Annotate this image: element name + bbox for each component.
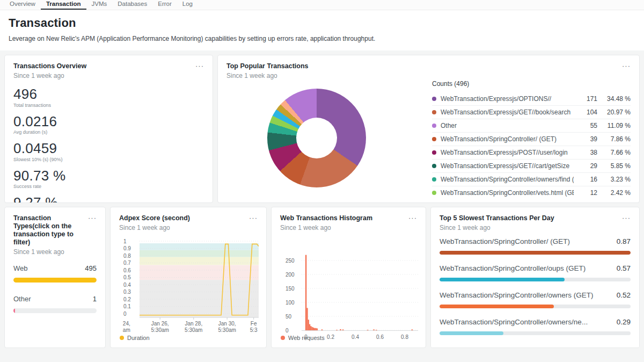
metric-avg-duration: 0.0216 Avg duration (s) xyxy=(13,114,204,135)
svg-text:0.8: 0.8 xyxy=(123,253,131,259)
metric-value: 9.27 % xyxy=(13,195,204,203)
panel-menu-button[interactable]: ··· xyxy=(85,214,97,247)
transaction-duration: 0.87 xyxy=(617,237,631,246)
duration-series-dot xyxy=(120,336,124,340)
transaction-name: WebTransaction/SpringController/oups (GE… xyxy=(440,264,617,273)
panel-title: Top 5 Slowest Transactions Per Day xyxy=(440,214,619,222)
legend-count: 16 xyxy=(574,176,597,183)
panel-subtitle: Since 1 week ago xyxy=(13,248,97,256)
tab-jvms[interactable]: JVMs xyxy=(86,0,113,10)
metric-value: 496 xyxy=(13,86,204,102)
bar-track xyxy=(13,278,97,283)
panel-menu-button[interactable]: ··· xyxy=(619,214,631,231)
panel-menu-button[interactable]: ··· xyxy=(405,214,417,231)
legend-header: Counts (496) xyxy=(432,80,631,92)
svg-text:24,: 24, xyxy=(123,321,130,327)
legend-row[interactable]: WebTransaction/Expressjs/POST//user/logi… xyxy=(432,146,631,159)
svg-text:50: 50 xyxy=(286,314,292,320)
metric-value: 90.73 % xyxy=(13,168,204,184)
metric-label: Avg duration (s) xyxy=(13,129,204,135)
transaction-name: WebTransaction/SpringController/owners/.… xyxy=(440,344,617,348)
legend-name: Other xyxy=(441,122,574,129)
panel-transactions-overview: Transactions Overview Since 1 week ago ·… xyxy=(4,55,213,203)
legend-name: WebTransaction/Expressjs/OPTIONS// xyxy=(441,95,574,103)
panel-menu-button[interactable]: ··· xyxy=(246,214,258,231)
types-label: Web xyxy=(13,264,28,272)
svg-text:0.4: 0.4 xyxy=(123,282,131,288)
svg-text:0.9: 0.9 xyxy=(123,245,131,251)
legend-pct: 7.66 % xyxy=(597,149,631,156)
types-row[interactable]: Other 1 xyxy=(13,295,97,313)
legend-row[interactable]: Other 55 11.09 % xyxy=(432,119,631,132)
tab-overview[interactable]: Overview xyxy=(4,0,41,10)
top5-row[interactable]: WebTransaction/SpringController/owners/.… xyxy=(440,344,631,348)
legend-name: WebTransaction/SpringController/owners/f… xyxy=(441,176,574,183)
svg-text:0.8: 0.8 xyxy=(401,334,408,340)
svg-text:200: 200 xyxy=(286,272,295,278)
panel-subtitle: Since 1 week ago xyxy=(440,224,619,231)
legend-row[interactable]: WebTransaction/Expressjs/GET//cart/getSi… xyxy=(432,159,631,172)
legend-label: Web requests xyxy=(288,335,325,341)
svg-text:0.2: 0.2 xyxy=(327,334,334,340)
legend-count: 29 xyxy=(574,162,597,170)
adpex-line-chart[interactable]: 10.90.80.70.60.50.40.30.20.1024,amJan 26… xyxy=(119,236,259,335)
svg-text:am: am xyxy=(123,327,130,333)
panel-transaction-types: Transaction Types(click on the transacti… xyxy=(4,207,106,348)
tab-log[interactable]: Log xyxy=(177,0,198,10)
tab-error[interactable]: Error xyxy=(152,0,177,10)
svg-text:1: 1 xyxy=(123,238,127,244)
donut-hole xyxy=(296,118,337,158)
svg-text:0.4: 0.4 xyxy=(352,334,359,340)
top-tab-bar: Overview Transaction JVMs Databases Erro… xyxy=(0,0,644,10)
top5-row[interactable]: WebTransaction/SpringController/ (GET) 0… xyxy=(440,237,631,255)
adpex-legend[interactable]: Duration xyxy=(120,335,150,341)
tab-databases[interactable]: Databases xyxy=(112,0,152,10)
bar-fill xyxy=(440,305,554,308)
panel-menu-button[interactable]: ··· xyxy=(192,62,204,79)
legend-row[interactable]: WebTransaction/SpringController/owners/f… xyxy=(432,172,631,186)
donut-chart[interactable] xyxy=(267,89,366,187)
svg-text:Jan 28,: Jan 28, xyxy=(185,321,202,327)
metric-success-rate: 90.73 % Success rate xyxy=(13,168,204,190)
panel-title: Top Popular Transactions xyxy=(226,62,619,70)
legend-pct: 34.48 % xyxy=(597,95,631,103)
top5-row[interactable]: WebTransaction/SpringController/oups (GE… xyxy=(440,264,631,281)
panel-top-popular-transactions: Top Popular Transactions Since 1 week ag… xyxy=(217,55,640,203)
legend-row[interactable]: WebTransaction/SpringController/ (GET) 3… xyxy=(432,132,631,146)
bar-fill xyxy=(440,251,631,255)
panel-title: Web Transactions Histogram xyxy=(280,214,405,222)
transaction-duration: 0.24 xyxy=(617,344,631,348)
svg-text:150: 150 xyxy=(286,286,295,292)
bar-fill xyxy=(13,278,97,283)
legend-name: WebTransaction/Expressjs/GET//book/searc… xyxy=(441,108,574,116)
panel-menu-button[interactable]: ··· xyxy=(619,62,631,79)
legend-pct: 5.85 % xyxy=(597,162,631,170)
tab-transaction[interactable]: Transaction xyxy=(41,0,86,10)
svg-text:0.3: 0.3 xyxy=(123,289,131,295)
panel-subtitle: Since 1 week ago xyxy=(119,224,246,231)
svg-text:5:30am: 5:30am xyxy=(218,327,236,333)
metric-value: 0.0459 xyxy=(13,141,204,156)
top5-row[interactable]: WebTransaction/SpringController/owners (… xyxy=(440,291,631,308)
series-color-dot xyxy=(432,150,436,155)
panel-subtitle: Since 1 week ago xyxy=(13,72,192,79)
transaction-duration: 0.52 xyxy=(617,291,631,300)
legend-row[interactable]: WebTransaction/Expressjs/GET//book/searc… xyxy=(432,105,631,119)
histogram-chart[interactable]: 05010015020025000.20.40.60.8 xyxy=(280,234,418,343)
svg-text:0.6: 0.6 xyxy=(376,334,384,340)
page-description: Leverage on New Relic's APM (Application… xyxy=(9,35,635,42)
legend-row[interactable]: WebTransaction/Expressjs/OPTIONS// 171 3… xyxy=(432,92,631,105)
bar-track xyxy=(440,331,631,335)
transaction-name: WebTransaction/SpringController/ (GET) xyxy=(440,237,617,246)
metric-total-transactions: 496 Total transactions xyxy=(13,86,204,108)
svg-text:0.2: 0.2 xyxy=(123,296,131,302)
types-row[interactable]: Web 495 xyxy=(13,264,97,283)
legend-count: 104 xyxy=(574,108,597,116)
top5-row[interactable]: WebTransaction/SpringController/owners/n… xyxy=(440,317,631,335)
legend-pct: 3.23 % xyxy=(597,176,631,183)
legend-row[interactable]: WebTransaction/SpringController/vets.htm… xyxy=(432,186,631,197)
svg-text:250: 250 xyxy=(286,258,295,264)
histogram-legend[interactable]: Web requests xyxy=(281,335,325,341)
legend-count: 171 xyxy=(574,95,597,103)
metric-label: Slowest 10% (s) (90%) xyxy=(13,157,204,162)
